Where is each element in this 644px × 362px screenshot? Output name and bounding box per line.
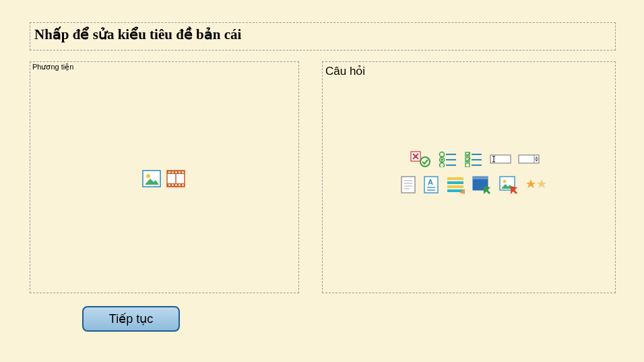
check-list-icon[interactable] — [464, 151, 483, 167]
svg-point-20 — [420, 157, 430, 167]
svg-rect-12 — [172, 185, 174, 186]
numeric-field-icon[interactable] — [518, 153, 540, 165]
text-document-icon[interactable]: A — [423, 175, 439, 194]
document-icon[interactable] — [400, 175, 416, 194]
svg-rect-54 — [447, 185, 463, 188]
continue-button-label: Tiếp tục — [109, 311, 153, 326]
continue-button[interactable]: Tiếp tục — [82, 306, 180, 332]
svg-marker-65 — [537, 179, 546, 188]
title-placeholder[interactable]: Nhấp để sửa kiểu tiêu đề bản cái — [30, 22, 616, 51]
svg-marker-63 — [511, 186, 517, 194]
svg-rect-30 — [465, 163, 470, 167]
svg-rect-6 — [168, 172, 170, 173]
image-click-icon[interactable] — [472, 175, 492, 194]
svg-rect-8 — [175, 172, 177, 173]
svg-rect-53 — [447, 181, 463, 184]
svg-rect-9 — [179, 172, 181, 173]
svg-point-21 — [440, 152, 445, 157]
svg-rect-13 — [175, 185, 177, 186]
media-panel-label: Phương tiện — [32, 63, 73, 71]
svg-rect-15 — [182, 185, 184, 186]
svg-point-61 — [503, 180, 507, 183]
true-false-icon[interactable] — [410, 151, 432, 167]
svg-marker-59 — [484, 186, 490, 194]
svg-point-24 — [440, 163, 445, 168]
question-panel-label: Câu hỏi — [325, 64, 365, 78]
question-panel[interactable]: Câu hỏi — [322, 61, 616, 293]
text-field-icon[interactable] — [490, 153, 511, 165]
svg-rect-14 — [179, 185, 181, 186]
media-panel[interactable]: Phương tiện — [30, 61, 299, 293]
svg-rect-10 — [182, 172, 184, 173]
radio-list-icon[interactable] — [439, 151, 457, 167]
media-icons-group — [142, 170, 185, 187]
picture-icon[interactable] — [142, 170, 161, 187]
question-icons-group: A — [400, 151, 609, 202]
film-icon[interactable] — [166, 170, 185, 187]
stars-icon[interactable] — [525, 178, 548, 191]
svg-rect-7 — [172, 172, 174, 173]
svg-rect-11 — [168, 185, 170, 186]
svg-point-23 — [441, 158, 443, 161]
svg-point-1 — [146, 174, 150, 178]
highlight-lines-icon[interactable] — [446, 175, 465, 194]
image-select-icon[interactable] — [498, 175, 519, 194]
svg-rect-52 — [447, 177, 463, 180]
svg-marker-64 — [526, 179, 536, 188]
svg-rect-43 — [401, 177, 415, 193]
svg-text:A: A — [428, 178, 433, 186]
svg-rect-58 — [473, 177, 488, 179]
